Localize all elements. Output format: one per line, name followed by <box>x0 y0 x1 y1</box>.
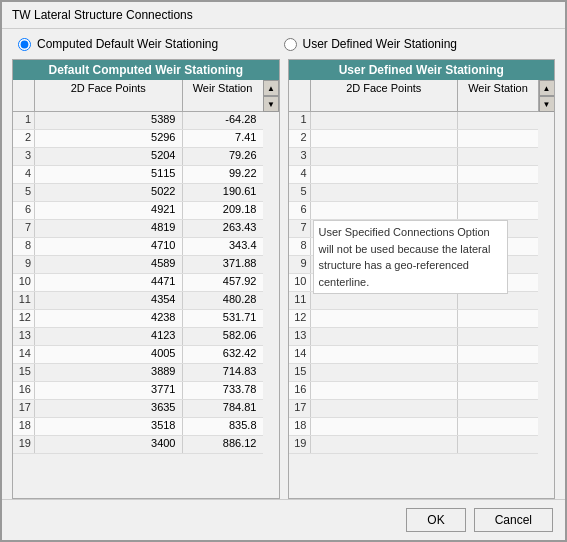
table-row: 16 3771 733.78 <box>13 382 263 400</box>
ok-button[interactable]: OK <box>406 508 465 532</box>
right-scroll-down[interactable]: ▼ <box>539 96 555 112</box>
cell-weir: 784.81 <box>183 400 263 417</box>
user-radio[interactable] <box>284 38 297 51</box>
cell-face[interactable] <box>311 436 459 453</box>
cell-weir[interactable] <box>458 382 538 399</box>
left-scrollbar[interactable]: ▲ ▼ <box>263 80 279 112</box>
table-row: 17 3635 784.81 <box>13 400 263 418</box>
cell-weir[interactable] <box>458 400 538 417</box>
right-header-num <box>289 80 311 111</box>
left-table-body: 1 5389 -64.28 2 5296 7.41 3 5204 79.26 4… <box>13 112 263 498</box>
cell-face: 5115 <box>35 166 183 183</box>
cell-weir[interactable] <box>458 364 538 381</box>
cell-face[interactable] <box>311 346 459 363</box>
cell-num: 10 <box>13 274 35 291</box>
cell-num: 13 <box>13 328 35 345</box>
cell-face[interactable] <box>311 400 459 417</box>
cell-face: 4589 <box>35 256 183 273</box>
cell-num: 8 <box>289 238 311 255</box>
right-table-body-wrapper: 1 2 3 4 5 6 7 8 <box>289 112 555 498</box>
cell-weir[interactable] <box>458 292 538 309</box>
table-row: 8 4710 343.4 <box>13 238 263 256</box>
cell-weir[interactable] <box>458 112 538 129</box>
cell-face: 4005 <box>35 346 183 363</box>
right-scrollbar[interactable]: ▲ ▼ <box>538 80 554 112</box>
table-row: 5 5022 190.61 <box>13 184 263 202</box>
table-row: 13 4123 582.06 <box>13 328 263 346</box>
cell-num: 15 <box>13 364 35 381</box>
cell-face[interactable] <box>311 364 459 381</box>
table-row: 9 4589 371.88 <box>13 256 263 274</box>
cell-num: 11 <box>289 292 311 309</box>
radio-row: Computed Default Weir Stationing User De… <box>2 29 565 59</box>
cell-face[interactable] <box>311 112 459 129</box>
left-scrollbar-right <box>263 112 279 498</box>
right-header-weir: Weir Station <box>458 80 538 111</box>
cell-num: 5 <box>289 184 311 201</box>
cell-weir: 263.43 <box>183 220 263 237</box>
left-scroll-up[interactable]: ▲ <box>263 80 279 96</box>
cell-face: 5204 <box>35 148 183 165</box>
cell-num: 1 <box>13 112 35 129</box>
table-row: 6 <box>289 202 539 220</box>
right-table-title: User Defined Weir Stationing <box>289 60 555 80</box>
title-bar: TW Lateral Structure Connections <box>2 2 565 29</box>
cell-weir[interactable] <box>458 310 538 327</box>
cell-weir: 190.61 <box>183 184 263 201</box>
cell-face[interactable] <box>311 184 459 201</box>
cell-num: 3 <box>13 148 35 165</box>
cell-face: 4123 <box>35 328 183 345</box>
table-row: 14 4005 632.42 <box>13 346 263 364</box>
table-row: 2 <box>289 130 539 148</box>
table-row: 11 4354 480.28 <box>13 292 263 310</box>
cell-face[interactable] <box>311 202 459 219</box>
user-label[interactable]: User Defined Weir Stationing <box>303 37 458 51</box>
table-row: 4 <box>289 166 539 184</box>
cell-face: 4819 <box>35 220 183 237</box>
cell-weir[interactable] <box>458 130 538 147</box>
cell-weir[interactable] <box>458 328 538 345</box>
cell-weir[interactable] <box>458 436 538 453</box>
cell-face: 5389 <box>35 112 183 129</box>
computed-label[interactable]: Computed Default Weir Stationing <box>37 37 218 51</box>
cell-weir[interactable] <box>458 202 538 219</box>
cell-face: 3400 <box>35 436 183 453</box>
computed-radio[interactable] <box>18 38 31 51</box>
table-row: 7 4819 263.43 <box>13 220 263 238</box>
cell-face[interactable] <box>311 166 459 183</box>
cell-weir[interactable] <box>458 148 538 165</box>
table-row: 19 3400 886.12 <box>13 436 263 454</box>
cell-face[interactable] <box>311 382 459 399</box>
cell-weir[interactable] <box>458 418 538 435</box>
right-scroll-up[interactable]: ▲ <box>539 80 555 96</box>
dialog: TW Lateral Structure Connections Compute… <box>0 0 567 542</box>
table-row: 13 <box>289 328 539 346</box>
cell-face[interactable] <box>311 418 459 435</box>
cell-face: 5022 <box>35 184 183 201</box>
cell-weir: 99.22 <box>183 166 263 183</box>
cell-face[interactable] <box>311 130 459 147</box>
cell-num: 12 <box>13 310 35 327</box>
cell-weir: 886.12 <box>183 436 263 453</box>
cell-face[interactable] <box>311 292 459 309</box>
cell-face: 4471 <box>35 274 183 291</box>
table-row: 3 <box>289 148 539 166</box>
cell-face: 4354 <box>35 292 183 309</box>
cell-face[interactable] <box>311 328 459 345</box>
cell-face: 3635 <box>35 400 183 417</box>
cell-face[interactable] <box>311 310 459 327</box>
cell-weir[interactable] <box>458 184 538 201</box>
cell-num: 18 <box>13 418 35 435</box>
cell-face[interactable] <box>311 148 459 165</box>
cell-weir: 79.26 <box>183 148 263 165</box>
cell-weir: 457.92 <box>183 274 263 291</box>
cell-weir[interactable] <box>458 166 538 183</box>
cell-weir: 835.8 <box>183 418 263 435</box>
cell-face: 5296 <box>35 130 183 147</box>
tables-row: Default Computed Weir Stationing 2D Face… <box>2 59 565 499</box>
left-scroll-down[interactable]: ▼ <box>263 96 279 112</box>
cell-weir[interactable] <box>458 346 538 363</box>
cell-num: 17 <box>13 400 35 417</box>
cell-num: 2 <box>13 130 35 147</box>
cancel-button[interactable]: Cancel <box>474 508 553 532</box>
